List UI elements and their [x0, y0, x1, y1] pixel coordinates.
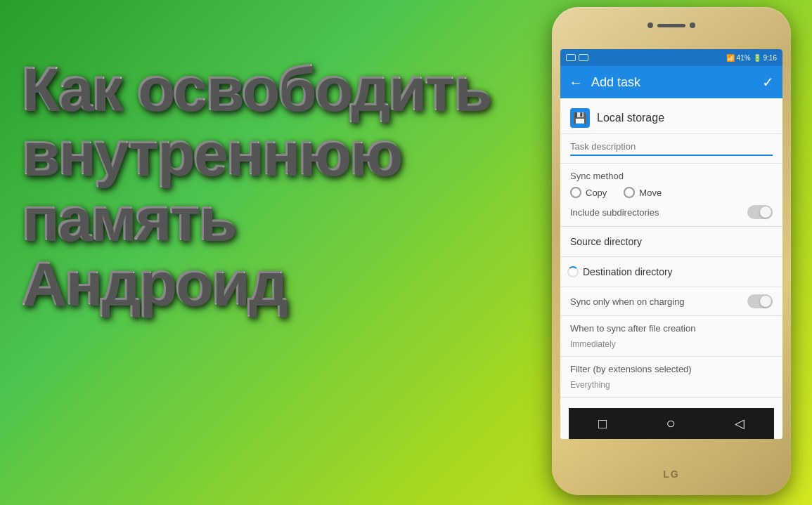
sync-method-section: Sync method Copy Move Include subdirecto…	[560, 164, 782, 227]
when-sync-value: Immediately	[570, 339, 773, 349]
time-display: 9:16	[763, 54, 777, 62]
loading-spinner	[567, 266, 579, 277]
russian-line3: память	[21, 186, 527, 251]
task-description-section[interactable]	[560, 134, 782, 164]
status-left-icons	[566, 54, 588, 61]
subdirectories-label: Include subdirectories	[570, 207, 659, 218]
sync-charging-section: Sync only when on charging	[560, 287, 782, 316]
screenshot-icon	[566, 54, 576, 61]
lg-logo: LG	[663, 468, 679, 480]
radio-move-label: Move	[639, 188, 662, 198]
radio-copy[interactable]: Copy	[570, 187, 607, 198]
camera-dot-right	[690, 22, 695, 28]
back-button[interactable]: ←	[569, 75, 583, 89]
nav-home-button[interactable]: ○	[666, 414, 675, 433]
nav-back-button[interactable]: ◁	[735, 416, 745, 431]
header-title: Add task	[591, 75, 754, 90]
when-sync-title: When to sync after file creation	[570, 323, 773, 334]
subdirectories-toggle[interactable]	[747, 205, 773, 219]
battery-icon: 🔋	[753, 54, 761, 62]
russian-line2: внутреннюю	[21, 121, 527, 185]
sync-method-title: Sync method	[570, 171, 773, 181]
app-content: 💾 Local storage Sync method Copy	[560, 98, 782, 439]
radio-copy-label: Copy	[586, 188, 607, 198]
russian-text-overlay: Как освободить внутреннюю память Андроид	[21, 56, 527, 316]
phone-screen: 📶 41% 🔋 9:16 ← Add task ✓ 💾	[560, 49, 782, 439]
phone-shell: 📶 41% 🔋 9:16 ← Add task ✓ 💾	[552, 7, 791, 495]
source-directory-section[interactable]: Source directory	[560, 227, 782, 257]
source-directory-title: Source directory	[570, 236, 642, 247]
confirm-button[interactable]: ✓	[762, 74, 774, 91]
navigation-bar: □ ○ ◁	[569, 408, 774, 439]
destination-directory-section[interactable]: Destination directory	[560, 257, 782, 287]
charging-label: Sync only when on charging	[570, 296, 685, 307]
radio-copy-circle[interactable]	[570, 187, 581, 198]
filter-title: Filter (by extensions selected)	[570, 364, 773, 374]
storage-icon-glyph: 💾	[573, 112, 587, 125]
signal-strength: 41%	[737, 54, 751, 62]
phone-camera-area	[647, 22, 695, 28]
speaker-bar	[657, 24, 685, 27]
filter-section[interactable]: Filter (by extensions selected) Everythi…	[560, 357, 782, 398]
status-bar: 📶 41% 🔋 9:16	[560, 49, 782, 66]
russian-line4: Андроид	[21, 251, 527, 315]
nav-square-button[interactable]: □	[598, 416, 607, 432]
destination-directory-title: Destination directory	[583, 266, 673, 277]
local-storage-section: 💾 Local storage	[560, 98, 782, 134]
status-right-info: 📶 41% 🔋 9:16	[726, 54, 777, 62]
radio-move-circle[interactable]	[624, 187, 635, 198]
sync-method-options: Copy Move	[570, 187, 773, 198]
storage-icon: 💾	[570, 108, 590, 128]
wifi-icon: 📶	[726, 54, 735, 62]
when-to-sync-section[interactable]: When to sync after file creation Immedia…	[560, 316, 782, 357]
record-icon	[579, 54, 588, 61]
app-header: ← Add task ✓	[560, 66, 782, 98]
phone-device: 📶 41% 🔋 9:16 ← Add task ✓ 💾	[552, 7, 791, 495]
charging-toggle[interactable]	[747, 294, 773, 308]
radio-move[interactable]: Move	[624, 187, 662, 198]
storage-label: Local storage	[597, 112, 664, 124]
camera-dot-left	[647, 22, 653, 28]
subdirectories-toggle-row: Include subdirectories	[570, 205, 773, 219]
task-description-input[interactable]	[570, 138, 773, 156]
filter-value: Everything	[570, 380, 773, 390]
russian-line1: Как освободить	[21, 56, 527, 121]
